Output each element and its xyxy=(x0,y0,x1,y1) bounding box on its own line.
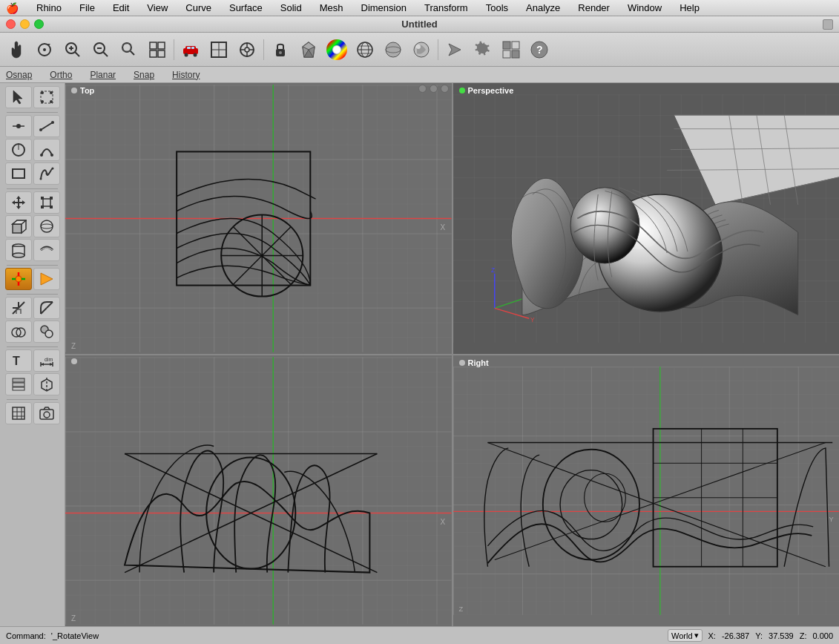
viewport-front-svg: Z X xyxy=(65,355,452,626)
window-zoom-button[interactable] xyxy=(823,19,833,30)
gumball-icon[interactable] xyxy=(5,268,32,290)
ortho-button[interactable]: Ortho xyxy=(50,70,72,80)
fillet-icon[interactable] xyxy=(33,297,60,319)
line-icon[interactable] xyxy=(33,115,60,137)
settings-gear-icon[interactable] xyxy=(470,36,496,63)
menu-edit[interactable]: Edit xyxy=(110,1,132,15)
vp-top-min[interactable] xyxy=(418,85,427,93)
menu-dimension[interactable]: Dimension xyxy=(358,1,409,15)
coordinate-system-select[interactable]: World ▾ xyxy=(668,629,703,642)
text-icon[interactable]: T xyxy=(5,349,32,372)
menu-rhino[interactable]: Rhino xyxy=(33,1,65,15)
viewport-right[interactable]: Right xyxy=(453,355,840,626)
y-label: Y: xyxy=(755,631,763,640)
zoom-all-icon[interactable] xyxy=(144,36,171,63)
menu-file[interactable]: File xyxy=(76,1,98,15)
svg-marker-99 xyxy=(41,273,53,285)
svg-text:X: X xyxy=(440,518,445,526)
menu-transform[interactable]: Transform xyxy=(421,1,471,15)
apple-menu[interactable]: 🍎 xyxy=(6,2,19,14)
move-icon[interactable] xyxy=(5,191,32,214)
menu-render[interactable]: Render xyxy=(575,1,613,15)
maximize-button[interactable] xyxy=(34,19,44,29)
planar-button[interactable]: Planar xyxy=(90,70,116,80)
close-button[interactable] xyxy=(6,19,16,29)
cylinder-icon[interactable] xyxy=(5,239,32,261)
curve-from-pts-icon[interactable] xyxy=(33,162,60,185)
svg-point-65 xyxy=(16,124,21,128)
svg-point-72 xyxy=(50,154,53,157)
svg-rect-117 xyxy=(13,383,24,387)
circle-icon[interactable] xyxy=(5,139,32,161)
grid-icon[interactable] xyxy=(205,36,232,63)
osnap-button[interactable]: Osnap xyxy=(6,70,32,80)
vp-top-max[interactable] xyxy=(441,85,449,93)
menu-analyze[interactable]: Analyze xyxy=(523,1,563,15)
zoom-out-icon[interactable] xyxy=(88,36,114,63)
menu-mesh[interactable]: Mesh xyxy=(317,1,346,15)
svg-rect-120 xyxy=(13,407,24,419)
dimension-icon[interactable]: dim xyxy=(33,349,60,372)
gem-icon[interactable] xyxy=(295,36,322,63)
grid2-icon[interactable] xyxy=(498,36,524,63)
viewport-right-label: Right xyxy=(459,358,489,367)
zoom-in-icon[interactable] xyxy=(59,36,86,63)
command-display: Command: '_RotateView xyxy=(6,631,662,640)
svg-rect-83 xyxy=(50,197,53,200)
camera-icon[interactable] xyxy=(33,402,60,424)
sphere2-icon[interactable] xyxy=(33,215,60,237)
sphere-icon[interactable] xyxy=(380,36,407,63)
history-button[interactable]: History xyxy=(172,70,200,80)
viewport-front[interactable]: Z X xyxy=(65,355,452,626)
side-row-solid2 xyxy=(5,239,60,261)
menu-surface[interactable]: Surface xyxy=(226,1,266,15)
arrow-icon[interactable] xyxy=(441,36,468,63)
scale-icon[interactable] xyxy=(33,191,60,214)
render-preview-icon[interactable] xyxy=(408,36,435,63)
menu-window[interactable]: Window xyxy=(625,1,665,15)
viewport-top[interactable]: Top xyxy=(65,83,452,354)
menu-tools[interactable]: Tools xyxy=(483,1,511,15)
svg-rect-12 xyxy=(150,42,157,49)
zoom-window-icon[interactable] xyxy=(116,36,142,63)
vp-top-mid[interactable] xyxy=(430,85,438,93)
select-icon[interactable] xyxy=(5,86,32,108)
svg-text:?: ? xyxy=(536,44,543,56)
car-icon[interactable] xyxy=(177,36,204,63)
toolbar-separator-3 xyxy=(438,39,438,60)
menu-solid[interactable]: Solid xyxy=(277,1,305,15)
arc-icon[interactable] xyxy=(33,139,60,161)
menu-help[interactable]: Help xyxy=(677,1,703,15)
viewport-perspective[interactable]: Perspective xyxy=(453,83,840,354)
color-wheel-icon[interactable] xyxy=(323,36,350,63)
viewports-area: Top xyxy=(65,83,839,626)
minimize-button[interactable] xyxy=(20,19,30,29)
side-sep-2 xyxy=(7,188,59,189)
svg-text:dim: dim xyxy=(45,357,53,362)
named-views-icon[interactable] xyxy=(234,36,260,63)
boolean-icon[interactable] xyxy=(5,321,32,343)
split-icon[interactable] xyxy=(33,321,60,343)
pipe-icon[interactable] xyxy=(33,239,60,261)
pan-tool-icon[interactable] xyxy=(3,36,30,63)
box-icon[interactable] xyxy=(5,215,32,237)
snap-button[interactable]: Snap xyxy=(134,70,154,80)
orient-icon[interactable] xyxy=(33,373,60,395)
history-icon[interactable] xyxy=(33,268,60,290)
globe-icon[interactable] xyxy=(352,36,378,63)
svg-rect-53 xyxy=(512,42,519,49)
layers-icon[interactable] xyxy=(5,373,32,395)
lock-icon[interactable] xyxy=(267,36,294,63)
menu-view[interactable]: View xyxy=(144,1,171,15)
svg-marker-50 xyxy=(449,44,461,56)
svg-point-68 xyxy=(51,121,54,124)
help-icon[interactable]: ? xyxy=(526,36,553,63)
select-points-icon[interactable] xyxy=(33,86,60,108)
mesh-tools-icon[interactable] xyxy=(5,402,32,424)
side-row-select xyxy=(5,86,60,108)
rotate-tool-icon[interactable] xyxy=(31,36,58,63)
point-icon[interactable] xyxy=(5,115,32,137)
menu-curve[interactable]: Curve xyxy=(182,1,214,15)
trim-icon[interactable] xyxy=(5,297,32,319)
rectangle-icon[interactable] xyxy=(5,162,32,185)
